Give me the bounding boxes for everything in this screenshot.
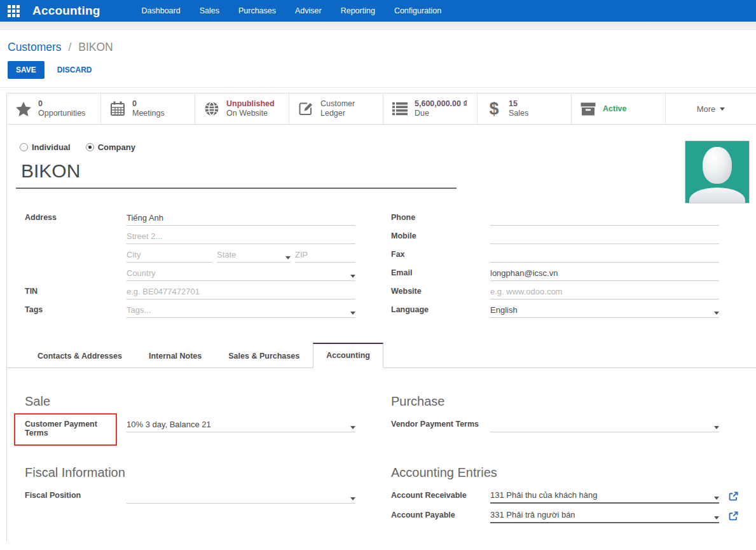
caret-down-icon (350, 497, 355, 500)
fax-input[interactable] (490, 249, 719, 263)
stat-due[interactable]: 5,600,000.00 ₫Due (383, 93, 478, 124)
customer-payment-terms-select[interactable]: 10% 3 day, Balance 21 (127, 418, 355, 432)
tab-accounting[interactable]: Accounting (313, 343, 383, 368)
notebook-tabs: Contacts & Addresses Internal Notes Sale… (7, 342, 756, 368)
stat-value: 15 (509, 99, 528, 109)
account-receivable-select[interactable]: 131 Phải thu của khách hàng (490, 490, 719, 504)
stat-label-line2: Ledger (320, 109, 355, 118)
caret-down-icon (714, 516, 719, 519)
stat-more[interactable]: More (666, 93, 756, 124)
language-select[interactable]: English (490, 304, 719, 318)
avatar-head-shape (703, 147, 732, 184)
address-column: Address Tiếng Anh Street 2... City State… (20, 212, 355, 322)
phone-input[interactable] (490, 212, 719, 226)
radio-individual-circle[interactable] (20, 143, 28, 151)
calendar-icon (109, 101, 127, 116)
stat-meetings[interactable]: 0Meetings (101, 93, 195, 124)
state-select[interactable]: State (217, 249, 291, 263)
stat-value: Unpublished (226, 99, 275, 109)
mobile-label: Mobile (386, 230, 490, 240)
radio-individual[interactable]: Individual (20, 142, 71, 152)
vendor-payment-terms-select[interactable] (490, 418, 719, 432)
top-menu: Dashboard Sales Purchases Adviser Report… (132, 0, 451, 22)
menu-configuration[interactable]: Configuration (385, 0, 451, 22)
stat-value: 5,600,000.00 ₫ (415, 99, 467, 109)
caret-down-icon (350, 312, 355, 315)
caret-down-icon (714, 312, 719, 315)
account-receivable-label: Account Receivable (386, 490, 490, 500)
apps-grid-icon[interactable] (8, 5, 20, 17)
fiscal-section-heading: Fiscal Information (20, 465, 355, 480)
breadcrumb-separator: / (64, 41, 75, 53)
stat-sales[interactable]: $ 15Sales (478, 93, 572, 124)
account-payable-label: Account Payable (386, 509, 490, 519)
stat-value: 0 (132, 99, 165, 109)
email-input[interactable]: longphan@icsc.vn (490, 267, 719, 281)
language-label: Language (386, 304, 490, 314)
email-label: Email (386, 267, 490, 277)
mobile-input[interactable] (490, 230, 719, 244)
menu-purchases[interactable]: Purchases (229, 0, 285, 22)
tab-sales-purchases[interactable]: Sales & Purchases (215, 343, 313, 368)
zip-input[interactable]: ZIP (295, 249, 355, 263)
tab-contacts-addresses[interactable]: Contacts & Addresses (24, 343, 135, 368)
street-input[interactable]: Tiếng Anh (127, 212, 355, 226)
account-payable-select[interactable]: 331 Phải trả người bán (490, 509, 719, 523)
dollar-icon: $ (485, 100, 503, 118)
menu-reporting[interactable]: Reporting (331, 0, 385, 22)
fiscal-position-select[interactable] (127, 490, 355, 504)
sale-section-heading: Sale (20, 394, 355, 409)
globe-icon (203, 101, 221, 116)
save-button[interactable]: SAVE (8, 61, 45, 79)
partner-name-input[interactable]: BIKON (16, 160, 457, 182)
account-receivable-external-link-icon[interactable] (719, 490, 738, 501)
city-input[interactable]: City (127, 249, 212, 263)
caret-down-icon (714, 426, 719, 429)
partner-avatar[interactable] (685, 141, 749, 203)
breadcrumb: Customers / BIKON (0, 30, 756, 54)
radio-company-circle[interactable] (86, 143, 94, 151)
avatar-shoulders-shape (689, 188, 745, 203)
form-sheet: Individual Company BIKON Address Tiếng A… (7, 125, 756, 523)
radio-company-label: Company (98, 142, 135, 152)
top-navbar: Accounting Dashboard Sales Purchases Adv… (0, 0, 756, 22)
tin-input[interactable]: e.g. BE0477472701 (127, 285, 355, 299)
fax-label: Fax (386, 249, 490, 259)
stat-opportunities[interactable]: 0Opportunities (7, 93, 101, 124)
stat-label: Meetings (132, 109, 165, 118)
customer-payment-terms-label: Customer Payment Terms (20, 418, 102, 437)
partner-name-underline (16, 188, 457, 189)
caret-down-icon (720, 107, 725, 111)
form-view: 0Opportunities 0Meetings UnpublishedOn W… (6, 93, 756, 542)
stat-label: Sales (509, 109, 528, 118)
tin-label: TIN (20, 285, 127, 296)
entries-section-heading: Accounting Entries (386, 465, 750, 480)
menu-dashboard[interactable]: Dashboard (132, 0, 190, 22)
street2-input[interactable]: Street 2... (127, 230, 355, 244)
caret-down-icon (285, 256, 291, 259)
website-input[interactable]: e.g. www.odoo.com (490, 285, 719, 299)
menu-adviser[interactable]: Adviser (285, 0, 331, 22)
radio-individual-label: Individual (32, 142, 71, 152)
stat-active[interactable]: Active (572, 93, 666, 124)
stat-button-bar: 0Opportunities 0Meetings UnpublishedOn W… (7, 93, 756, 125)
discard-button[interactable]: DISCARD (57, 65, 92, 74)
account-payable-external-link-icon[interactable] (719, 509, 738, 521)
breadcrumb-customers-link[interactable]: Customers (8, 41, 62, 53)
vendor-payment-terms-label: Vendor Payment Terms (386, 418, 490, 429)
stat-label: On Website (226, 109, 275, 118)
stat-label-line1: Customer (320, 99, 355, 109)
company-type-selector: Individual Company (20, 142, 756, 152)
country-select[interactable]: Country (127, 267, 355, 281)
app-title[interactable]: Accounting (32, 4, 100, 18)
phone-label: Phone (386, 212, 490, 222)
radio-company[interactable]: Company (86, 142, 135, 152)
caret-down-icon (350, 275, 355, 278)
more-label: More (697, 104, 716, 114)
menu-sales[interactable]: Sales (190, 0, 229, 22)
stat-customer-ledger[interactable]: CustomerLedger (289, 93, 383, 124)
stat-website[interactable]: UnpublishedOn Website (195, 93, 289, 124)
tab-internal-notes[interactable]: Internal Notes (135, 343, 215, 368)
tags-select[interactable]: Tags... (127, 304, 355, 318)
edit-icon (297, 101, 315, 116)
